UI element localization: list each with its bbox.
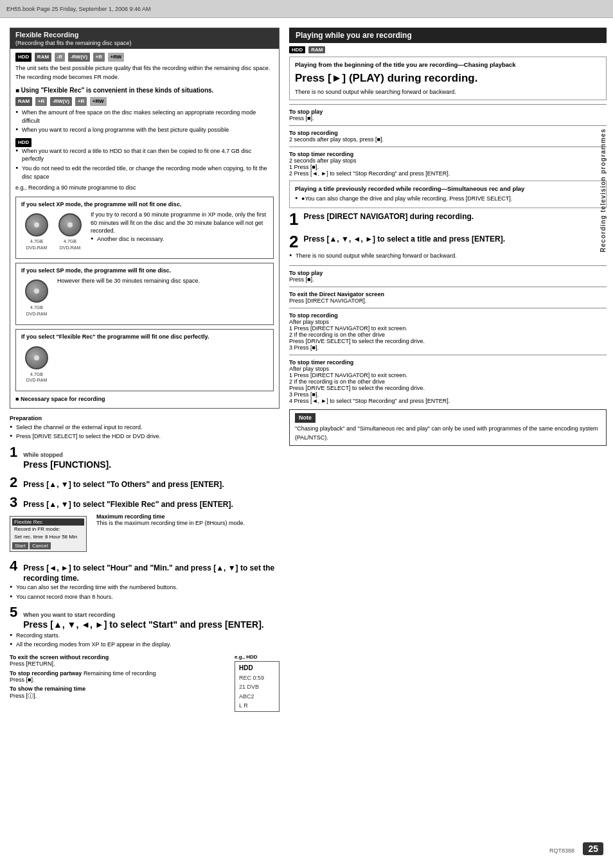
using-badges-row: RAM +R -RW(V) +R +RW [15, 97, 274, 106]
max-rec-area: Maximum recording time This is the maxim… [96, 513, 245, 526]
screen-row-1: Flexible Rec [12, 518, 84, 526]
hdd-display: HDD REC 0:59 21 DVB ABC2 L R [235, 661, 280, 713]
prep-bullet-1: Select the channel or the external input… [10, 423, 280, 432]
step-4-text: Press [◄, ►] to select "Hour" and "Min."… [23, 563, 280, 583]
note-text: "Chasing playback" and "Simultaneous rec… [295, 425, 601, 442]
to-stop-rec2-row: To stop recording After play stops 1 Pre… [289, 312, 607, 351]
divider-5 [289, 287, 607, 287]
exit-nav-row: To exit the Direct Navigator screen Pres… [289, 291, 607, 304]
to-stop-play-text: Press [■]. [289, 115, 607, 121]
step-1: 1 While stopped Press [FUNCTIONS]. [10, 446, 280, 471]
hdd-row3: 21 DVB [239, 682, 275, 691]
divider-7 [289, 355, 607, 355]
badge-plusr2: +R [35, 97, 47, 106]
warning-flexrec-box: If you select "Flexible Rec" the program… [15, 329, 274, 391]
header-bar: EH55.book Page 25 Friday, September 1, 2… [0, 0, 613, 18]
page-number: 25 [583, 842, 603, 855]
badge-ram: RAM [35, 53, 51, 62]
left-column: Flexible Recording (Recording that fits … [10, 28, 280, 712]
right-column: Playing while you are recording HDD RAM … [286, 28, 607, 712]
flexible-recording-box: Flexible Recording (Recording that fits … [10, 28, 280, 409]
right-step-2-content: 2 Press [▲, ▼, ◄, ►] to select a title a… [289, 235, 607, 252]
eg-label: e.g., Recording a 90 minute programme to… [15, 184, 274, 193]
badge-r2: +R [75, 97, 87, 106]
right-step-1: 1 Press [DIRECT NAVIGATOR] during record… [289, 212, 607, 229]
step-4: 4 Press [◄, ►] to select "Hour" and "Min… [10, 560, 280, 601]
show-remaining-text: Press [ⓘ]. [10, 692, 228, 700]
warning-flexrec-title: If you select "Flexible Rec" the program… [21, 333, 268, 341]
disc-xp-1: 4.7GB DVD-RAM [24, 212, 49, 251]
step-2-text: Press [▲, ▼] to select "To Others" and p… [23, 480, 224, 490]
badge-ram2: RAM [15, 97, 32, 106]
to-stop-rec2-after: After play stops [289, 319, 607, 325]
to-stop-timer2-step4: 3 Press [■]. [289, 391, 607, 398]
to-stop-rec-text: 2 seconds after play stops, press [■]. [289, 136, 607, 143]
exit-nav-text: Press [DIRECT NAVIGATOR]. [289, 297, 607, 304]
step-5-bullet-2: All the recording modes from XP to EP ap… [10, 641, 280, 649]
warning-sp-title: If you select SP mode, the programme wil… [21, 267, 268, 275]
to-stop-timer2-step3: Press [DRIVE SELECT] to select the recor… [289, 385, 607, 391]
step-1-text: Press [FUNCTIONS]. [23, 459, 111, 470]
to-stop-timer2-after: After play stops [289, 366, 607, 372]
hdd-row1: HDD [239, 663, 275, 673]
hdd-bullet-1: When you want to record a title to HDD s… [15, 147, 274, 163]
disc-xp-2: 4.7GB DVD-RAM [57, 212, 83, 251]
right-step-1-content: 1 Press [DIRECT NAVIGATOR] during record… [289, 212, 607, 229]
to-stop-rec-label: To stop recording [289, 130, 607, 136]
to-stop-timer2-label: To stop timer recording [289, 359, 607, 366]
step-1-label: While stopped [23, 452, 111, 458]
badge-rwv: -RW(V) [68, 53, 91, 62]
exit-stop-left: To exit the screen without recording Pre… [10, 654, 228, 713]
screen-time-label: Set rec. time [14, 534, 43, 540]
disc-flexrec-diagram: 4.7GB DVD-RAM [21, 344, 268, 385]
show-remaining-label: To show the remaining time [10, 686, 85, 692]
disc-flexrec-1: 4.7GB DVD-RAM [24, 345, 49, 384]
right-step-2-number: 2 [289, 232, 298, 252]
simultaneous-title: Playing a title previously recorded whil… [295, 184, 601, 193]
right-stop-info: To stop play Press [■]. To exit the Dire… [289, 265, 607, 404]
playing-while-recording-section: Playing while you are recording HDD RAM … [289, 28, 607, 446]
badge-hdd2: HDD [15, 138, 31, 147]
hdd-row5: L R [239, 701, 275, 710]
flexible-recording-subtitle: (Recording that fits the remaining disc … [15, 40, 132, 46]
screen-start-btn[interactable]: Start [12, 542, 28, 549]
step-2-number: 2 [10, 474, 17, 491]
divider-3 [289, 146, 607, 147]
to-stop-timer-step1: 1 Press [■]. [289, 164, 607, 170]
disc-flexrec-label: 4.7GB DVD-RAM [26, 371, 48, 384]
to-stop-timer2-step1: 1 Press [DIRECT NAVIGATOR] to exit scree… [289, 372, 607, 378]
disc-sp-diagram: 4.7GB DVD-RAM However there will be 30 m… [21, 277, 268, 319]
disc-xp-label-2: 4.7GB DVD-RAM [60, 238, 81, 251]
chasing-title: Playing from the beginning of the title … [295, 60, 601, 69]
to-stop-play-row: To stop play Press [■]. [289, 109, 607, 121]
hdd-row2: REC 0:59 [239, 673, 275, 682]
step-3-screen-area: Flexible Rec Record in FR mode: Set rec.… [10, 513, 280, 554]
to-stop-timer2-step2: 2 If the recording is on the other drive [289, 378, 607, 385]
eg-hdd-label: e.g., HDD [235, 654, 280, 660]
to-stop-rec2-label: To stop recording [289, 312, 607, 319]
step-5-label: When you want to start recording [23, 612, 263, 618]
step-1-number: 1 [10, 444, 17, 461]
prep-bullet-2: Press [DRIVE SELECT] to select the HDD o… [10, 432, 280, 441]
disc-sp-text: However there will be 30 minutes remaini… [57, 277, 200, 285]
playing-while-recording-title: Playing while you are recording [296, 31, 412, 40]
to-stop-play2-label: To stop play [289, 270, 607, 276]
using-bullet-2: When you want to record a long programme… [15, 126, 274, 134]
step-5-text: Press [▲, ▼, ◄, ►] to select "Start" and… [23, 619, 263, 630]
step-5-number: 5 [10, 604, 17, 621]
right-step-2: 2 Press [▲, ▼, ◄, ►] to select a title a… [289, 235, 607, 260]
disc-xp-note: Another disc is necessary. [91, 235, 268, 244]
max-rec-text: This is the maximum recording time in EP… [96, 520, 245, 526]
to-stop-play2-text: Press [■]. [289, 276, 607, 283]
badge-plusrw: +RW [108, 53, 125, 62]
show-remaining-area: To show the remaining time [10, 686, 228, 692]
step-3: 3 Press [▲, ▼] to select "Flexible Rec" … [10, 496, 280, 554]
badge-plusr: +R [93, 53, 105, 62]
screen-cancel-btn[interactable]: Cancel [30, 542, 51, 549]
to-stop-rec2-step1: 1 Press [DIRECT NAVIGATOR] to exit scree… [289, 325, 607, 332]
warning-xp-title: If you select XP mode, the programme wil… [21, 200, 268, 209]
chasing-note: There is no sound output while searching… [295, 88, 601, 97]
exit-screen-label: To exit the screen without recording [10, 654, 228, 660]
necessary-space-label: ■ Necessary space for recording [15, 395, 274, 404]
screen-row-2: Record in FR mode: [12, 526, 84, 533]
